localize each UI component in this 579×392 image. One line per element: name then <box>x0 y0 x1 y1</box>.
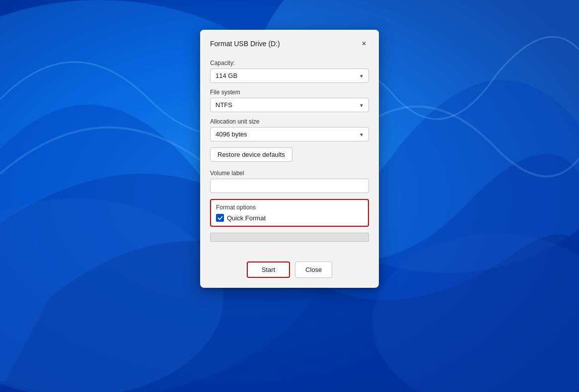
start-button[interactable]: Start <box>247 261 290 278</box>
file-system-select-wrapper: NTFS FAT32 exFAT ▼ <box>210 98 369 112</box>
dialog-titlebar: Format USB Drive (D:) ✕ <box>200 30 379 56</box>
restore-defaults-button[interactable]: Restore device defaults <box>210 147 292 162</box>
dialog-overlay: Format USB Drive (D:) ✕ Capacity: 114 GB… <box>0 0 579 392</box>
file-system-label: File system <box>210 89 369 96</box>
dialog-title: Format USB Drive (D:) <box>210 40 280 48</box>
volume-label-group: Volume label <box>210 170 369 193</box>
quick-format-row: Quick Format <box>216 214 363 222</box>
progress-bar <box>210 233 369 242</box>
volume-label-label: Volume label <box>210 170 369 177</box>
file-system-group: File system NTFS FAT32 exFAT ▼ <box>210 89 369 112</box>
progress-bar-area <box>210 233 369 242</box>
close-dialog-button[interactable]: ✕ <box>357 37 371 51</box>
allocation-unit-label: Allocation unit size <box>210 118 369 125</box>
quick-format-checkbox[interactable] <box>216 214 224 222</box>
close-button[interactable]: Close <box>295 261 332 278</box>
capacity-select-wrapper: 114 GB ▼ <box>210 68 369 83</box>
capacity-label: Capacity: <box>210 60 369 66</box>
dialog-footer: Start Close <box>200 257 379 288</box>
format-options-label: Format options <box>216 204 363 211</box>
dialog-body: Capacity: 114 GB ▼ File system NTFS FAT3… <box>200 56 379 257</box>
file-system-select[interactable]: NTFS FAT32 exFAT <box>210 98 369 112</box>
format-dialog: Format USB Drive (D:) ✕ Capacity: 114 GB… <box>200 30 379 288</box>
allocation-unit-group: Allocation unit size 512 bytes 1024 byte… <box>210 118 369 141</box>
allocation-unit-select[interactable]: 512 bytes 1024 bytes 2048 bytes 4096 byt… <box>210 127 369 141</box>
quick-format-label[interactable]: Quick Format <box>227 214 266 222</box>
capacity-group: Capacity: 114 GB ▼ <box>210 60 369 83</box>
volume-label-input[interactable] <box>210 179 369 193</box>
allocation-unit-select-wrapper: 512 bytes 1024 bytes 2048 bytes 4096 byt… <box>210 127 369 141</box>
checkmark-icon <box>217 215 223 221</box>
close-icon: ✕ <box>362 40 366 47</box>
format-options-box: Format options Quick Format <box>210 199 369 227</box>
capacity-select[interactable]: 114 GB <box>210 68 369 83</box>
